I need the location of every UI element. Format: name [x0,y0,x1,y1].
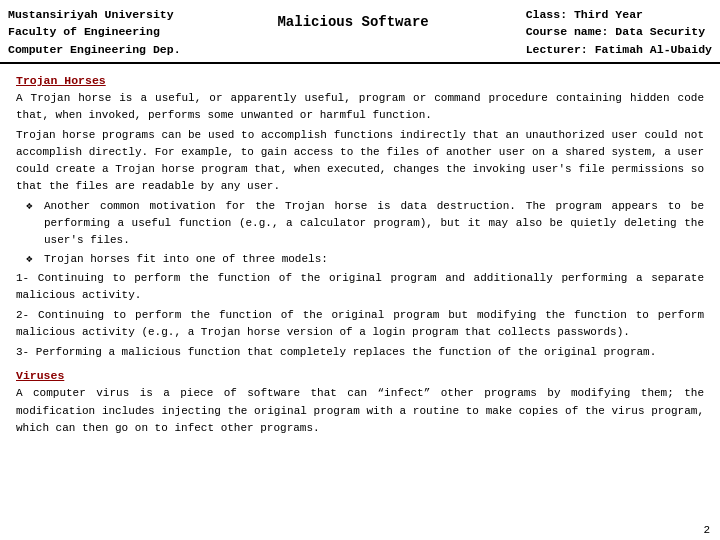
faculty-name: Faculty of Engineering [8,23,181,40]
bullet-text-1: Another common motivation for the Trojan… [44,198,704,249]
department-name: Computer Engineering Dep. [8,41,181,58]
lecturer-name: Lecturer: Fatimah Al-Ubaidy [526,41,712,58]
header: Mustansiriyah University Faculty of Engi… [0,0,720,64]
numbered-item-1: 1- Continuing to perform the function of… [16,270,704,304]
course-title: Malicious Software [277,14,428,30]
bullet-item-1: ❖ Another common motivation for the Troj… [26,198,704,249]
trojan-horses-title: Trojan Horses [16,74,704,87]
header-left: Mustansiriyah University Faculty of Engi… [8,6,181,58]
trojan-para-1: A Trojan horse is a useful, or apparentl… [16,90,704,124]
header-center: Malicious Software [277,6,428,30]
viruses-title: Viruses [16,369,704,382]
numbered-item-2: 2- Continuing to perform the function of… [16,307,704,341]
trojan-horses-section: Trojan Horses A Trojan horse is a useful… [16,74,704,362]
page-container: Mustansiriyah University Faculty of Engi… [0,0,720,540]
footer: 2 [0,522,720,540]
bullet-item-2: ❖ Trojan horses fit into one of three mo… [26,251,704,268]
bullet-text-2: Trojan horses fit into one of three mode… [44,251,704,268]
bullet-symbol-1: ❖ [26,198,44,249]
bullet-symbol-2: ❖ [26,251,44,268]
class-info: Class: Third Year [526,6,712,23]
page-number: 2 [703,524,710,536]
viruses-section: Viruses A computer virus is a piece of s… [16,369,704,436]
trojan-para-2: Trojan horse programs can be used to acc… [16,127,704,195]
viruses-para-1: A computer virus is a piece of software … [16,385,704,436]
content: Trojan Horses A Trojan horse is a useful… [0,64,720,522]
header-right: Class: Third Year Course name: Data Secu… [526,6,712,58]
course-name: Course name: Data Security [526,23,712,40]
numbered-item-3: 3- Performing a malicious function that … [16,344,704,361]
university-name: Mustansiriyah University [8,6,181,23]
